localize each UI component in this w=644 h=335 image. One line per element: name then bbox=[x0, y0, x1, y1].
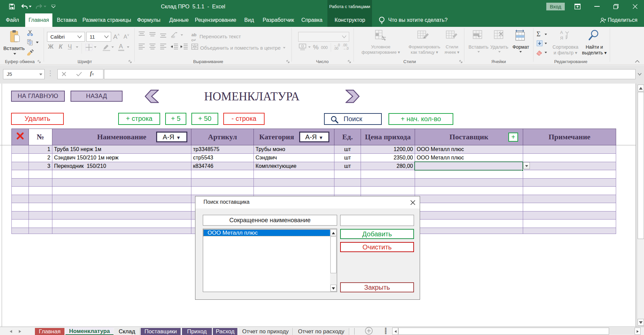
svg-text:ab: ab bbox=[171, 35, 175, 38]
svg-text:А: А bbox=[560, 30, 563, 35]
svg-text:Я: Я bbox=[560, 36, 563, 41]
